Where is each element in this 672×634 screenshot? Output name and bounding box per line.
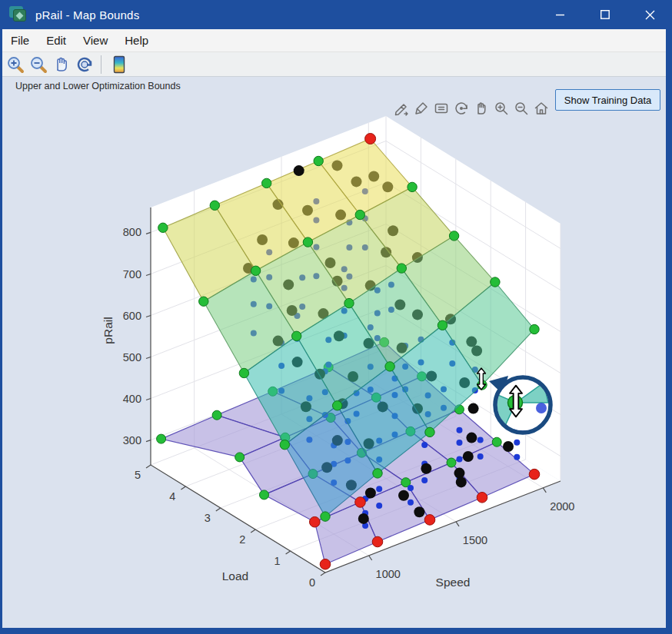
toolbar-separator [101, 55, 101, 74]
svg-text:0: 0 [309, 576, 315, 589]
rotate-3d-icon[interactable] [75, 55, 95, 75]
pan-hand-icon[interactable] [52, 55, 72, 75]
zoom-out-plot-icon[interactable] [513, 100, 529, 116]
menu-view[interactable]: View [75, 29, 116, 52]
zoom-in-icon[interactable] [5, 55, 25, 75]
svg-text:700: 700 [123, 268, 141, 280]
main-toolbar [2, 52, 666, 77]
axes-toolbar [393, 100, 549, 116]
minimize-button[interactable] [538, 0, 583, 29]
svg-text:3: 3 [205, 512, 211, 524]
svg-text:800: 800 [123, 226, 141, 238]
svg-text:500: 500 [123, 351, 141, 363]
svg-text:300: 300 [123, 434, 141, 446]
svg-text:4: 4 [169, 490, 175, 503]
zoom-out-icon[interactable] [28, 55, 48, 75]
svg-text:2: 2 [239, 533, 245, 546]
app-icon [9, 6, 28, 23]
svg-text:5: 5 [135, 469, 141, 481]
close-button[interactable] [627, 0, 672, 29]
y-axis-label: Load [222, 569, 248, 583]
bounds-3d-plot[interactable]: 300400500600700800012345100015002000Load… [2, 77, 666, 628]
show-training-data-button[interactable]: Show Training Data [555, 89, 660, 111]
svg-text:1500: 1500 [463, 534, 487, 546]
menu-edit[interactable]: Edit [38, 29, 75, 52]
menubar: File Edit View Help [2, 29, 666, 52]
maximize-button[interactable] [583, 0, 627, 29]
menu-file[interactable]: File [2, 29, 38, 52]
pan-icon[interactable] [473, 100, 489, 116]
home-icon[interactable] [533, 100, 549, 116]
x-axis-label: Speed [436, 576, 471, 589]
export-icon[interactable] [393, 100, 409, 116]
window-title: pRail - Map Bounds [35, 8, 139, 22]
app-window: pRail - Map Bounds File Edit View Help [0, 0, 672, 634]
figure-panel: 300400500600700800012345100015002000Load… [2, 77, 666, 628]
menu-help[interactable]: Help [116, 29, 157, 52]
zoom-in-plot-icon[interactable] [493, 100, 509, 116]
svg-text:600: 600 [123, 310, 141, 322]
svg-text:1000: 1000 [376, 568, 401, 580]
brush-icon[interactable] [413, 100, 429, 116]
plot-title: Upper and Lower Optimization Bounds [15, 81, 181, 91]
svg-text:400: 400 [123, 393, 141, 405]
colormap-icon[interactable] [109, 55, 129, 75]
z-axis-label: pRail [101, 317, 115, 344]
svg-text:1: 1 [274, 555, 281, 567]
svg-text:2000: 2000 [550, 500, 574, 513]
titlebar: pRail - Map Bounds [0, 0, 672, 29]
rotate-icon[interactable] [453, 100, 469, 116]
datatip-icon[interactable] [433, 100, 449, 116]
